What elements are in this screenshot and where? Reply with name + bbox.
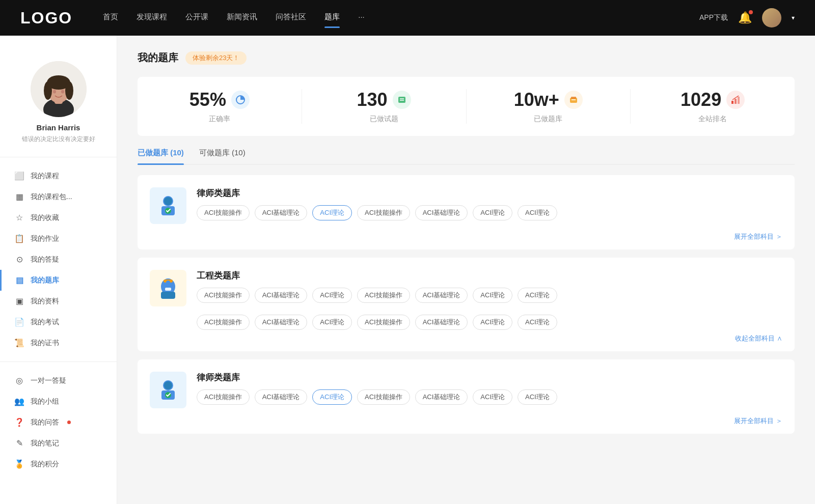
- qbank-tags-engineer-row1: ACI技能操作 ACI基础理论 ACI理论 ACI技能操作 ACI基础理论 AC…: [197, 288, 782, 303]
- qbank-tag[interactable]: ACI理论: [473, 288, 512, 303]
- tab-available-banks[interactable]: 可做题库 (10): [199, 148, 246, 164]
- qbank-tag[interactable]: ACI基础理论: [415, 205, 468, 220]
- sidebar-username: Brian Harris: [10, 123, 106, 132]
- stat-accuracy-label: 正确率: [138, 115, 302, 124]
- points-icon: 🏅: [14, 459, 24, 469]
- qbank-header-lawyer-1: 律师类题库 ACI技能操作 ACI基础理论 ACI理论 ACI技能操作 ACI基…: [150, 187, 782, 224]
- nav-link-discover[interactable]: 发现课程: [137, 12, 167, 24]
- exams-icon: 📄: [14, 317, 24, 327]
- sidebar-item-points[interactable]: 🏅 我的积分: [0, 454, 117, 474]
- stat-done-banks: 10w+ 已做题库: [467, 89, 631, 124]
- svg-rect-16: [731, 101, 734, 104]
- nav-link-qa[interactable]: 问答社区: [276, 12, 306, 24]
- sidebar-item-my-qa[interactable]: ❓ 我的问答: [0, 412, 117, 433]
- qbank-tag[interactable]: ACI基础理论: [255, 389, 308, 405]
- qbank-tag[interactable]: ACI技能操作: [197, 288, 250, 303]
- qbank-expand-lawyer-2[interactable]: 展开全部科目 ＞: [150, 416, 782, 426]
- sidebar-item-homework[interactable]: 📋 我的作业: [0, 228, 117, 249]
- qbank-body-lawyer-2: 律师类题库 ACI技能操作 ACI基础理论 ACI理论 ACI技能操作 ACI基…: [197, 372, 782, 405]
- qbank-tag[interactable]: ACI基础理论: [415, 389, 468, 405]
- tab-done-banks[interactable]: 已做题库 (10): [138, 148, 184, 164]
- sidebar-item-label: 我的答疑: [31, 255, 59, 264]
- sidebar-item-exams[interactable]: 📄 我的考试: [0, 312, 117, 332]
- sidebar-item-favorites[interactable]: ☆ 我的收藏: [0, 207, 117, 228]
- qbank-tag[interactable]: ACI理论: [473, 389, 512, 405]
- qbank-tag[interactable]: ACI理论: [518, 389, 557, 405]
- sidebar-item-label: 我的题库: [31, 276, 59, 285]
- qbank-tag[interactable]: ACI基础理论: [255, 205, 308, 220]
- sidebar-item-questionbank[interactable]: ▤ 我的题库: [0, 270, 117, 291]
- qbank-tag[interactable]: ACI技能操作: [357, 205, 410, 220]
- nav-logo[interactable]: LOGO: [20, 9, 72, 27]
- qbank-tag[interactable]: ACI理论: [473, 205, 512, 220]
- sidebar-item-label: 我的资料: [31, 297, 59, 306]
- sidebar-item-materials[interactable]: ▣ 我的资料: [0, 291, 117, 312]
- nav-avatar[interactable]: [762, 8, 781, 27]
- qbank-tag[interactable]: ACI基础理论: [415, 288, 468, 303]
- nav-link-open[interactable]: 公开课: [185, 12, 208, 24]
- page-title-row: 我的题库 体验剩余23天！: [138, 51, 795, 65]
- sidebar-item-questions[interactable]: ⊙ 我的答疑: [0, 249, 117, 270]
- sidebar-item-course-package[interactable]: ▦ 我的课程包...: [0, 186, 117, 207]
- qbank-tag[interactable]: ACI理论: [473, 315, 512, 330]
- sidebar-item-label: 我的考试: [31, 318, 59, 327]
- qbank-tag[interactable]: ACI技能操作: [357, 288, 410, 303]
- qbank-tag[interactable]: ACI基础理论: [415, 315, 468, 330]
- sidebar-item-certificates[interactable]: 📜 我的证书: [0, 332, 117, 353]
- tabs-row: 已做题库 (10) 可做题库 (10): [138, 148, 795, 165]
- sidebar-item-label: 我的证书: [31, 339, 59, 348]
- qbank-tag[interactable]: ACI技能操作: [197, 315, 250, 330]
- qbank-tag[interactable]: ACI理论: [518, 315, 557, 330]
- materials-icon: ▣: [14, 296, 24, 306]
- qbank-tag[interactable]: ACI技能操作: [357, 389, 410, 405]
- nav-link-news[interactable]: 新闻资讯: [227, 12, 257, 24]
- qbank-tag[interactable]: ACI理论: [312, 288, 352, 303]
- qbank-tags-engineer-row2: ACI技能操作 ACI基础理论 ACI理论 ACI技能操作 ACI基础理论 AC…: [150, 315, 782, 330]
- qbank-icon-lawyer-2: [150, 372, 186, 408]
- stat-ranking-value: 1029: [681, 89, 721, 110]
- qbank-tag-active[interactable]: ACI理论: [312, 389, 352, 405]
- qbank-tag-active[interactable]: ACI理论: [312, 205, 352, 220]
- main-content: 我的题库 体验剩余23天！ 55% 正确率 13: [117, 36, 815, 504]
- qbank-tag[interactable]: ACI技能操作: [357, 315, 410, 330]
- stat-accuracy-value: 55%: [189, 89, 226, 110]
- sidebar: Brian Harris 错误的决定比没有决定要好 ⬜ 我的课程 ▦ 我的课程包…: [0, 36, 117, 504]
- svg-rect-10: [398, 97, 405, 103]
- accuracy-icon: [231, 91, 250, 109]
- qbank-tag[interactable]: ACI理论: [518, 205, 557, 220]
- nav-link-questionbank[interactable]: 题库: [324, 12, 340, 24]
- stat-ranking-main: 1029: [631, 89, 795, 110]
- svg-rect-26: [161, 292, 175, 299]
- qbank-collapse-engineer[interactable]: 收起全部科目 ∧: [150, 334, 782, 343]
- sidebar-item-one-on-one[interactable]: ◎ 一对一答疑: [0, 370, 117, 391]
- qbank-body-engineer: 工程类题库 ACI技能操作 ACI基础理论 ACI理论 ACI技能操作 ACI基…: [197, 270, 782, 303]
- certificates-icon: 📜: [14, 338, 24, 348]
- sidebar-item-label: 我的问答: [31, 418, 59, 427]
- sidebar-item-groups[interactable]: 👥 我的小组: [0, 391, 117, 412]
- qbank-tag[interactable]: ACI基础理论: [255, 315, 308, 330]
- nav-right: APP下载 🔔 ▾: [699, 8, 795, 27]
- qbank-expand-lawyer-1[interactable]: 展开全部科目 ＞: [150, 232, 782, 241]
- sidebar-menu: ⬜ 我的课程 ▦ 我的课程包... ☆ 我的收藏 📋 我的作业 ⊙ 我的答疑 ▤: [0, 165, 117, 474]
- qbank-tag[interactable]: ACI理论: [312, 315, 352, 330]
- svg-rect-14: [571, 97, 576, 99]
- nav-chevron-icon[interactable]: ▾: [792, 14, 795, 21]
- qbank-tag[interactable]: ACI技能操作: [197, 389, 250, 405]
- sidebar-motto: 错误的决定比没有决定要好: [10, 135, 106, 144]
- stat-done-questions-value: 130: [357, 89, 388, 110]
- sidebar-item-notes[interactable]: ✎ 我的笔记: [0, 433, 117, 454]
- qbank-tag[interactable]: ACI理论: [518, 288, 557, 303]
- done-questions-icon: [393, 91, 411, 109]
- qbank-tag[interactable]: ACI基础理论: [255, 288, 308, 303]
- sidebar-item-my-courses[interactable]: ⬜ 我的课程: [0, 165, 117, 186]
- stat-accuracy-main: 55%: [138, 89, 302, 110]
- nav-bell-button[interactable]: 🔔: [738, 11, 752, 24]
- qbank-tag[interactable]: ACI技能操作: [197, 205, 250, 220]
- nav-link-home[interactable]: 首页: [103, 12, 118, 24]
- sidebar-divider: [0, 157, 117, 157]
- qbank-header-engineer: 工程类题库 ACI技能操作 ACI基础理论 ACI理论 ACI技能操作 ACI基…: [150, 270, 782, 306]
- nav-link-more[interactable]: ···: [358, 12, 365, 24]
- svg-rect-18: [738, 97, 740, 104]
- nav-app-download[interactable]: APP下载: [699, 13, 728, 22]
- svg-point-25: [166, 281, 170, 285]
